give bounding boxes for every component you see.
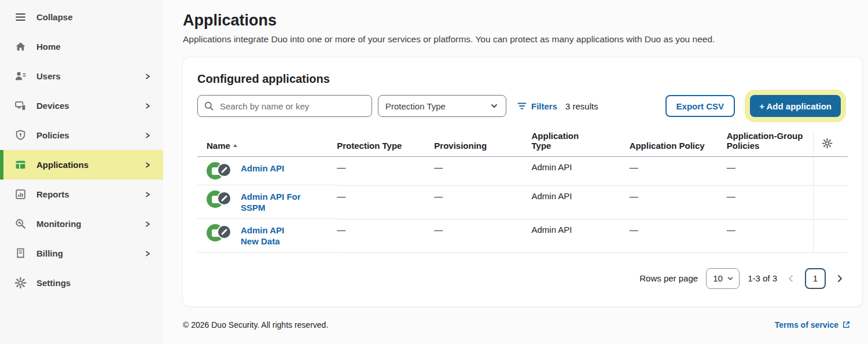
protection-type-select[interactable]: Protection Type — [378, 95, 506, 117]
add-application-button[interactable]: + Add application — [750, 95, 841, 117]
filter-icon — [517, 101, 527, 111]
application-type-cell: Admin API — [531, 157, 629, 186]
column-header-application-policy: Application Policy — [630, 131, 727, 157]
chevron-right-icon — [144, 220, 152, 228]
application-link[interactable]: Admin API New Data — [241, 224, 301, 247]
app-window: Collapse Home Users Devices — [0, 0, 868, 344]
current-page-button[interactable]: 1 — [805, 268, 826, 289]
application-policy-cell: — — [630, 157, 727, 186]
application-type-cell: Admin API — [531, 219, 629, 252]
row-actions-cell — [814, 219, 848, 252]
sidebar-item-label: Monitoring — [36, 219, 81, 229]
table-row: Admin API — — Admin API — — — [197, 157, 848, 186]
application-icon — [207, 162, 234, 180]
provisioning-cell: — — [434, 219, 531, 252]
shield-icon — [14, 129, 27, 142]
provisioning-cell: — — [434, 157, 531, 186]
panel-heading: Configured applications — [197, 72, 848, 86]
monitoring-icon — [14, 218, 27, 230]
sidebar-item-home[interactable]: Home — [0, 32, 163, 61]
protection-type-cell: — — [337, 219, 434, 252]
home-icon — [14, 41, 27, 53]
next-page-button[interactable] — [834, 274, 845, 283]
table-row: Admin API New Data — — Admin API — — — [197, 219, 848, 252]
application-type-cell: Admin API — [531, 185, 629, 219]
menu-icon — [14, 11, 27, 24]
sidebar-item-policies[interactable]: Policies — [0, 120, 163, 150]
search-icon — [204, 101, 214, 111]
sidebar-item-label: Home — [36, 42, 61, 52]
chevron-right-icon — [144, 191, 152, 199]
application-icon — [207, 191, 234, 208]
row-actions-cell — [814, 185, 848, 219]
application-group-policies-cell: — — [727, 219, 814, 252]
page-range-text: 1-3 of 3 — [748, 273, 777, 283]
footer: © 2026 Duo Security. All rights reserved… — [183, 320, 862, 330]
sidebar-item-reports[interactable]: Reports — [0, 180, 163, 209]
application-link[interactable]: Admin API — [241, 162, 284, 180]
pagination: Rows per page 10 1-3 of 3 1 — [197, 268, 848, 289]
users-icon — [14, 70, 27, 83]
sidebar: Collapse Home Users Devices — [0, 0, 163, 344]
protection-type-value: Protection Type — [385, 101, 446, 111]
sort-icon — [233, 140, 238, 149]
sidebar-item-label: Billing — [36, 248, 63, 258]
application-group-policies-cell: — — [727, 185, 814, 219]
sidebar-item-label: Collapse — [36, 12, 73, 22]
application-link[interactable]: Admin API For SSPM — [241, 191, 301, 213]
previous-page-button[interactable] — [785, 274, 797, 283]
rows-per-page-label: Rows per page — [639, 273, 698, 283]
gear-icon — [14, 277, 27, 290]
column-header-application-type: Application Type — [531, 131, 629, 157]
gear-icon — [822, 138, 833, 149]
sidebar-item-collapse[interactable]: Collapse — [0, 2, 163, 32]
chevron-right-icon — [144, 72, 152, 80]
column-header-name[interactable]: Name — [197, 131, 337, 157]
row-actions-cell — [814, 157, 848, 186]
external-link-icon — [842, 320, 851, 329]
sidebar-item-monitoring[interactable]: Monitoring — [0, 209, 163, 239]
sidebar-item-label: Policies — [36, 130, 69, 140]
chevron-right-icon — [144, 250, 152, 258]
toolbar: Protection Type Filters 3 results Export… — [197, 95, 848, 117]
rows-per-page-select[interactable]: 10 — [706, 268, 740, 289]
export-csv-button[interactable]: Export CSV — [665, 95, 735, 117]
sidebar-item-applications[interactable]: Applications — [0, 150, 163, 180]
protection-type-cell: — — [337, 157, 434, 186]
sidebar-item-label: Devices — [36, 101, 69, 111]
table-settings-gear[interactable] — [814, 131, 848, 157]
sidebar-item-label: Settings — [36, 278, 71, 288]
terms-of-service-link[interactable]: Terms of service — [775, 320, 851, 330]
search-input[interactable] — [219, 101, 366, 112]
chevron-down-icon — [490, 101, 499, 111]
sidebar-item-label: Users — [36, 71, 61, 81]
rows-per-page-value: 10 — [713, 273, 723, 283]
chevron-right-icon — [144, 161, 152, 169]
provisioning-cell: — — [434, 185, 531, 219]
filters-button[interactable]: Filters — [517, 101, 557, 111]
sidebar-item-label: Reports — [36, 189, 69, 199]
page-title: Applications — [183, 12, 862, 30]
application-icon — [207, 224, 234, 241]
page-subtitle: Applications integrate Duo into one or m… — [183, 34, 862, 45]
copyright-text: © 2026 Duo Security. All rights reserved… — [183, 320, 328, 330]
main-content: Applications Applications integrate Duo … — [163, 0, 868, 344]
sidebar-item-users[interactable]: Users — [0, 61, 163, 91]
sidebar-item-devices[interactable]: Devices — [0, 91, 163, 120]
column-header-provisioning: Provisioning — [434, 131, 531, 157]
billing-icon — [14, 247, 27, 260]
application-group-policies-cell: — — [727, 157, 814, 186]
sidebar-item-label: Applications — [36, 160, 89, 170]
configured-applications-panel: Configured applications Protection Type — [183, 57, 862, 306]
devices-icon — [14, 100, 27, 112]
sidebar-item-billing[interactable]: Billing — [0, 239, 163, 268]
filters-label: Filters — [531, 101, 557, 111]
chevron-right-icon — [144, 102, 152, 110]
application-policy-cell: — — [630, 219, 727, 252]
sidebar-item-settings[interactable]: Settings — [0, 268, 163, 298]
chevron-down-icon — [726, 275, 734, 283]
applications-table: Name Protection Type Provisioning Applic… — [197, 131, 848, 253]
column-header-protection-type: Protection Type — [337, 131, 434, 157]
application-name-cell: Admin API — [197, 157, 337, 185]
search-box — [197, 95, 372, 117]
